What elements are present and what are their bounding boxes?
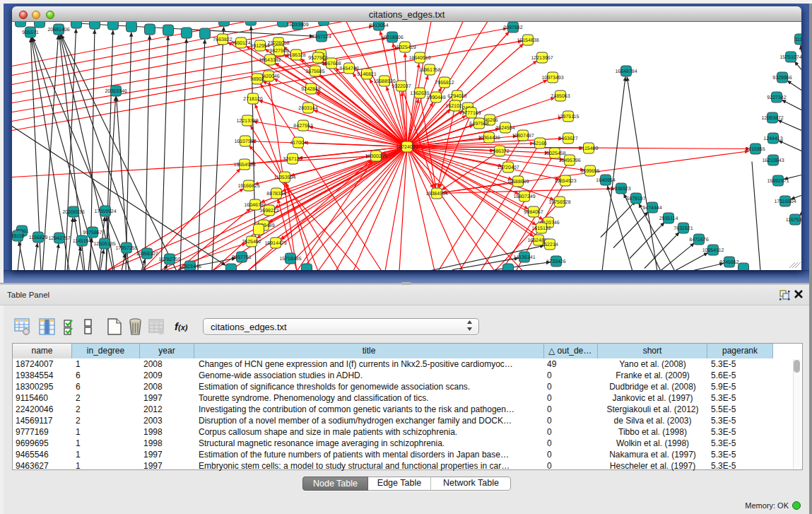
svg-text:12923446: 12923446 [179, 264, 201, 269]
svg-text:19654923: 19654923 [554, 179, 576, 184]
svg-text:1244413: 1244413 [763, 136, 782, 141]
svg-text:6794028: 6794028 [447, 94, 466, 99]
svg-text:417004: 417004 [290, 141, 306, 146]
svg-text:9322037: 9322037 [392, 84, 411, 89]
svg-text:16033809: 16033809 [286, 23, 308, 28]
svg-text:9227342: 9227342 [767, 95, 786, 100]
svg-text:39159: 39159 [12, 234, 25, 239]
svg-text:9699695: 9699695 [580, 169, 599, 174]
svg-text:62160: 62160 [533, 141, 547, 146]
svg-text:18640910: 18640910 [408, 56, 430, 61]
svg-text:1640954: 1640954 [596, 178, 615, 183]
svg-text:9084067: 9084067 [524, 210, 543, 215]
svg-text:9474444: 9474444 [642, 206, 661, 211]
svg-text:19218506: 19218506 [381, 35, 403, 40]
svg-text:3698222: 3698222 [259, 209, 278, 214]
svg-text:14136141: 14136141 [513, 255, 535, 260]
svg-text:2718120: 2718120 [243, 97, 262, 102]
svg-text:18807249: 18807249 [513, 194, 535, 199]
svg-text:9242848: 9242848 [301, 87, 320, 92]
svg-text:16648784: 16648784 [615, 69, 637, 74]
svg-text:12213389: 12213389 [236, 119, 258, 124]
svg-text:5938923: 5938923 [611, 187, 630, 192]
svg-text:905571: 905571 [22, 30, 38, 35]
svg-text:2935114: 2935114 [659, 216, 678, 221]
svg-text:20206536: 20206536 [62, 210, 84, 215]
svg-text:16961758: 16961758 [418, 68, 440, 73]
svg-text:19654983: 19654983 [233, 163, 255, 168]
svg-text:10958107: 10958107 [136, 252, 158, 257]
svg-text:6497508: 6497508 [469, 122, 488, 127]
svg-text:16154838: 16154838 [517, 38, 539, 43]
svg-text:252214: 252214 [541, 243, 558, 247]
svg-text:8186328: 8186328 [286, 53, 305, 58]
svg-text:15588520: 15588520 [373, 79, 395, 84]
svg-text:20364436: 20364436 [478, 136, 500, 141]
svg-text:10973493: 10973493 [541, 76, 563, 81]
svg-text:7625402: 7625402 [242, 240, 261, 245]
svg-text:17359924: 17359924 [94, 209, 116, 214]
svg-text:15716485: 15716485 [279, 257, 301, 262]
svg-text:12505135: 12505135 [93, 242, 115, 247]
svg-text:8471676: 8471676 [689, 238, 708, 243]
svg-text:19756928: 19756928 [548, 200, 570, 205]
svg-text:1156829: 1156829 [29, 235, 48, 240]
svg-text:15325419: 15325419 [394, 45, 416, 50]
svg-text:11353594: 11353594 [274, 175, 296, 180]
svg-text:16782759: 16782759 [158, 257, 180, 262]
svg-text:3675685: 3675685 [305, 69, 324, 74]
svg-text:1990448: 1990448 [426, 95, 445, 100]
svg-text:9146821: 9146821 [357, 72, 376, 77]
svg-text:1167533: 1167533 [786, 218, 801, 223]
svg-text:16046788: 16046788 [244, 203, 266, 208]
svg-text:17016504: 17016504 [774, 199, 796, 204]
svg-text:15751074: 15751074 [779, 55, 801, 60]
svg-text:98902: 98902 [250, 77, 264, 82]
svg-text:7663822: 7663822 [213, 37, 232, 42]
svg-text:9975867: 9975867 [83, 230, 102, 235]
svg-text:17957255: 17957255 [115, 246, 137, 251]
svg-text:3624554: 3624554 [495, 126, 514, 131]
svg-text:8215955: 8215955 [746, 147, 765, 152]
svg-text:7632621: 7632621 [673, 226, 693, 231]
svg-text:9245652: 9245652 [719, 260, 739, 265]
svg-text:9463627: 9463627 [558, 136, 577, 141]
svg-text:9329966: 9329966 [772, 76, 792, 81]
svg-text:20691406: 20691406 [47, 28, 69, 33]
svg-text:19166825: 19166825 [237, 184, 259, 189]
svg-text:9527508: 9527508 [308, 56, 327, 61]
svg-text:7357224: 7357224 [312, 35, 331, 40]
svg-text:9457791: 9457791 [232, 255, 251, 260]
svg-text:18300295: 18300295 [365, 154, 387, 159]
svg-text:12975115: 12975115 [558, 115, 579, 119]
svg-text:1733426: 1733426 [546, 259, 565, 264]
svg-text:8813054: 8813054 [369, 23, 388, 28]
svg-text:9660124: 9660124 [231, 41, 250, 46]
svg-text:1112: 1112 [795, 37, 801, 42]
svg-text:12213967: 12213967 [531, 56, 553, 61]
svg-text:2087682: 2087682 [503, 25, 522, 30]
svg-text:7986372: 7986372 [490, 149, 509, 154]
svg-text:20053346: 20053346 [105, 89, 126, 94]
svg-text:16210643: 16210643 [762, 158, 784, 163]
svg-text:1615132: 1615132 [531, 226, 551, 231]
svg-text:10688609: 10688609 [507, 180, 529, 185]
svg-text:9777169: 9777169 [461, 111, 481, 116]
svg-text:12093872: 12093872 [761, 116, 783, 121]
svg-text:7955812: 7955812 [435, 81, 454, 86]
svg-text:8878334: 8878334 [266, 192, 286, 197]
svg-text:3267130: 3267130 [283, 157, 302, 162]
svg-text:7485063: 7485063 [551, 94, 570, 99]
svg-text:10807487: 10807487 [512, 134, 534, 139]
svg-text:16107553: 16107553 [234, 139, 256, 144]
svg-text:2867608: 2867608 [322, 62, 341, 66]
svg-text:12942757: 12942757 [48, 236, 70, 241]
svg-text:16495796: 16495796 [558, 158, 580, 163]
svg-text:10025458: 10025458 [543, 151, 565, 156]
svg-text:2803144: 2803144 [298, 106, 317, 111]
svg-text:10654112: 10654112 [702, 248, 724, 253]
svg-text:19384554: 19384554 [425, 192, 447, 197]
svg-text:16914479: 16914479 [264, 241, 286, 246]
svg-text:8427552: 8427552 [293, 124, 312, 129]
svg-text:18724007: 18724007 [396, 145, 418, 150]
